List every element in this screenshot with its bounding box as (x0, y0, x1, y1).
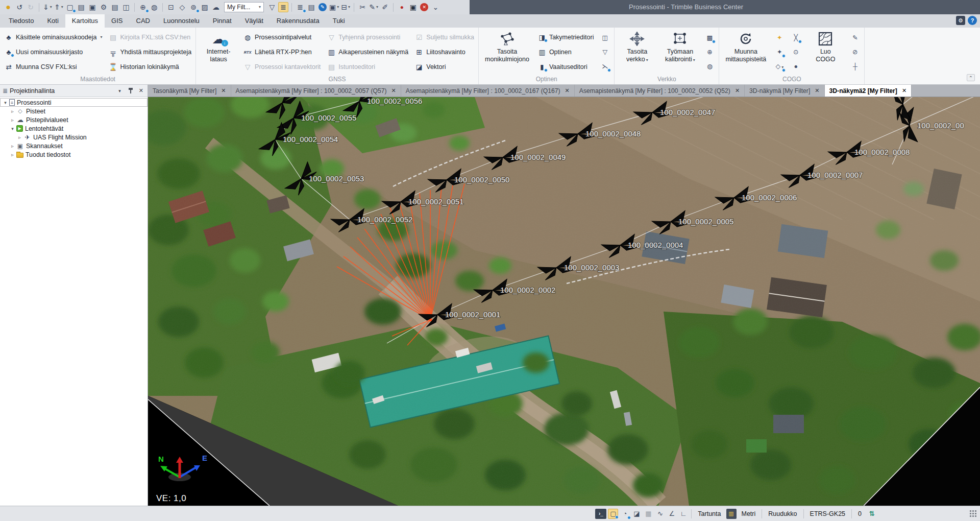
menu-tab-luonnostelu[interactable]: Luonnostelu (157, 14, 206, 28)
snap-toggle[interactable]: Tartunta (694, 510, 724, 517)
tree-item-skannaukset[interactable]: ▹▣Skannaukset (0, 141, 148, 150)
menu-tab-gis[interactable]: GIS (105, 14, 129, 28)
point-pair-icon[interactable]: ● (791, 61, 801, 72)
feature-codes-button[interactable]: ♣Käsittele ominaisuuskoodeja▾ (4, 31, 102, 43)
adjust-traverse-button[interactable]: Tasoitamonikulmiojono (483, 29, 531, 76)
grid-toggle[interactable]: Ruudukko (765, 510, 800, 517)
point-cloud-scene[interactable]: 100_0002_0056100_0002_0055100_0002_00541… (148, 97, 980, 506)
view-tab[interactable]: 3D-näkymä2 [My Filter]✕ (825, 85, 912, 97)
undo-icon[interactable]: ↺ (14, 2, 24, 12)
layers-icon[interactable]: ≣ (295, 2, 305, 12)
help-icon[interactable]: ? (968, 16, 977, 25)
tree-item-prosessointi[interactable]: ▾≡Prosessointi (0, 98, 148, 107)
expander-icon[interactable]: ▹ (9, 109, 16, 114)
tree-item-lentotehtavat[interactable]: ▾▶Lentotehtävät (0, 124, 148, 133)
site-calibration-button[interactable]: Työmaankalibrointi▾ (662, 29, 698, 76)
create-cogo-button[interactable]: LuoCOGO (807, 29, 844, 76)
close-tab-icon[interactable]: ✕ (391, 87, 396, 94)
save-icon[interactable]: ▣ (87, 2, 97, 12)
point-add-icon[interactable]: ◇▾ (774, 61, 785, 72)
export-icon[interactable]: ⇑▾ (54, 2, 64, 12)
window-icon[interactable]: ▣ (408, 2, 418, 12)
merge-survey-projects-button[interactable]: ╦Yhdistä mittausprojekteja (108, 46, 191, 58)
support-session-icon[interactable]: ◫ (121, 2, 131, 12)
total-station-editor-button[interactable]: ◨Takymetrieditori (537, 31, 594, 43)
view-tab[interactable]: Asemapistenäkymä [My Filter] : 100_0002_… (231, 85, 401, 97)
vector-button[interactable]: ◪Vektori (414, 61, 474, 73)
expander-icon[interactable]: ▾ (2, 100, 9, 105)
project-explorer-icon[interactable]: ≣ (278, 2, 288, 12)
tree-item-uas-flight-mission[interactable]: ▹✈UAS Flight Mission (0, 133, 148, 141)
point-edit-icon[interactable]: ✦ (774, 47, 785, 57)
processing-services-button[interactable]: ◍Prosessointipalvelut (243, 31, 321, 43)
polyline-tool-icon[interactable]: ✐ (380, 2, 390, 12)
layer-indicator[interactable]: 0 (854, 510, 865, 517)
expander-icon[interactable]: ▹ (16, 135, 23, 140)
macro-console-icon[interactable]: ›_ (595, 509, 606, 519)
more-commands-icon[interactable]: ⌄ (430, 2, 440, 12)
panel-menu-caret-icon[interactable]: ▾ (116, 88, 124, 93)
view-tab[interactable]: Tasonäkymä [My Filter]✕ (148, 85, 231, 97)
view-tab[interactable]: 3D-näkymä [My Filter]✕ (745, 85, 824, 97)
send-rtx-pp-button[interactable]: RTXLähetä RTX-PP:hen (243, 46, 321, 58)
shading-icon[interactable]: ◪ (631, 509, 642, 519)
record-macro-icon[interactable]: ● (397, 2, 407, 12)
georeference-icon[interactable]: ⊚ (188, 2, 199, 12)
tree-item-pistepilvialueet[interactable]: ▹☁Pistepilvialueet (0, 115, 148, 124)
history-log-button[interactable]: ⌛Historian lokinäkymä (108, 61, 191, 73)
snap-corner-icon[interactable]: ∟ (678, 509, 689, 519)
intersection-icon[interactable]: ╳ (791, 33, 801, 43)
menu-tab-tiedosto[interactable]: Tiedosto (2, 14, 40, 28)
point-gold-icon[interactable]: ✦ (774, 33, 785, 43)
menu-tab-cad[interactable]: CAD (130, 14, 157, 28)
snap-angle-icon[interactable]: ∠ (667, 509, 677, 519)
clipboard-icon[interactable]: ▣▾ (329, 2, 339, 12)
ribbon-collapse-button[interactable]: ⌃ (967, 74, 975, 81)
globe-download-icon[interactable]: ⊕ (138, 2, 148, 12)
measure-line-icon[interactable]: ⊘ (850, 47, 860, 57)
annotate-icon[interactable]: ✎ (318, 3, 327, 11)
target-icon[interactable]: ⊙ (791, 47, 801, 57)
optical-button[interactable]: ▥Optinen (537, 46, 594, 58)
units-label[interactable]: Metri (738, 510, 760, 517)
plan-view-icon[interactable]: ⊡ (166, 2, 176, 12)
globe-icon[interactable]: ◍ (149, 2, 159, 12)
view-filter-combo[interactable]: My Filt...▾ (224, 2, 264, 12)
tree-item-pisteet[interactable]: ▹◇Pisteet (0, 107, 148, 115)
close-tab-icon[interactable]: ✕ (902, 87, 906, 94)
expander-icon[interactable]: ▹ (9, 144, 16, 149)
coordinate-system-label[interactable]: ETRS-GK25 (806, 510, 849, 517)
viewport-3d[interactable]: 100_0002_0056100_0002_0055100_0002_00541… (148, 97, 980, 506)
panel-close-icon[interactable]: ✕ (137, 87, 145, 94)
expander-icon[interactable]: ▹ (9, 117, 16, 123)
time-based-view-button[interactable]: ▥Aikaperusteinen näkymä (327, 46, 408, 58)
pin-icon[interactable] (128, 87, 133, 94)
filter-icon[interactable]: ▽ (267, 2, 277, 12)
transform-survey-points-button[interactable]: Muunnamittauspisteitä (723, 29, 768, 76)
convert-csv-button[interactable]: ⇄Muunna CSV FXL:ksi (4, 61, 102, 73)
stop-icon[interactable]: ✕ (420, 3, 428, 11)
point-cloud-icon[interactable]: ☁ (211, 2, 221, 12)
new-feature-library-button[interactable]: ♣Uusi ominaisuuskirjasto (4, 46, 102, 58)
adjust-network-button[interactable]: Tasoitaverkko▾ (619, 29, 655, 76)
level-editor-button[interactable]: ▮Vaaituseditori (537, 61, 594, 73)
selection-mode-icon[interactable]: ▢ (608, 509, 618, 519)
import-icon[interactable]: ⇓▾ (42, 2, 53, 12)
internet-download-button[interactable]: ☁↓Internet-lataus (200, 29, 237, 76)
close-tab-icon[interactable]: ✕ (221, 87, 226, 94)
open-project-icon[interactable]: ▤ (76, 2, 86, 12)
settings-icon[interactable]: ⚙ (99, 2, 109, 12)
resection-icon[interactable]: ⋋ (600, 61, 610, 72)
network-edit-icon[interactable]: ▩ (704, 33, 715, 43)
3d-view-icon[interactable]: ◇ (177, 2, 187, 12)
select-tool-icon[interactable]: ✂ (357, 2, 368, 12)
tree-item-tuodut-tiedostot[interactable]: ▹Tuodut tiedostot (0, 150, 148, 159)
join-observation-button[interactable]: ⊞Liitoshavainto (414, 46, 474, 58)
edit-note-icon[interactable]: ✎ (850, 33, 860, 43)
snap-free-icon[interactable]: ∿ (655, 509, 665, 519)
menu-tab-kartoitus[interactable]: Kartoitus (65, 14, 105, 28)
menu-tab-väylät[interactable]: Väylät (238, 14, 270, 28)
pen-tool-icon[interactable]: ✎▾ (369, 2, 379, 12)
menu-tab-rakennusdata[interactable]: Rakennusdata (270, 14, 326, 28)
globe-points-icon[interactable]: ◍ (704, 61, 715, 72)
